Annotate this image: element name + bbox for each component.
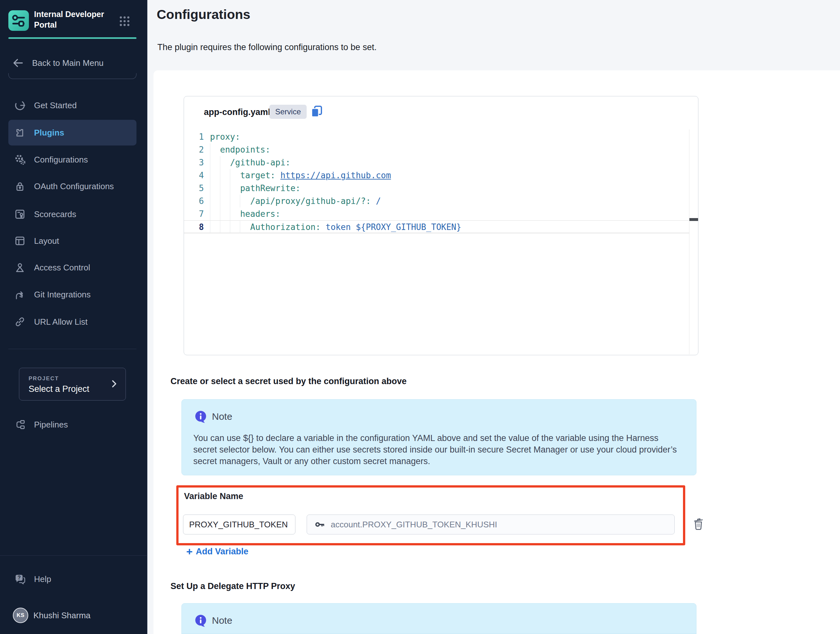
- progress-circle-icon: [14, 99, 26, 112]
- indent-guide: [230, 169, 230, 234]
- indent-guide: [220, 156, 220, 234]
- sidebar-bottom-divider: [0, 555, 147, 556]
- delegate-section-heading: Set Up a Delegate HTTP Proxy: [171, 581, 295, 591]
- note-header: Note: [194, 410, 232, 423]
- sidebar-item-layout[interactable]: Layout: [8, 232, 136, 250]
- project-value: Select a Project: [28, 384, 89, 394]
- sidebar-item-label: Help: [34, 574, 51, 584]
- yaml-key: /github-api:: [210, 158, 290, 168]
- sidebar-item-oauth-configurations[interactable]: OAuth Configurations: [8, 177, 136, 195]
- sidebar-item-label: Pipelines: [34, 420, 68, 430]
- sidebar-item-label: Configurations: [34, 155, 88, 165]
- secret-selector-field[interactable]: account.PROXY_GITHUB_TOKEN_KHUSHI: [307, 514, 675, 534]
- avatar-initials: KS: [17, 612, 25, 618]
- sliders-logo-icon: [8, 10, 29, 31]
- secret-section-heading: Create or select a secret used by the co…: [171, 376, 406, 386]
- note-callout-bottom: Note: [182, 603, 696, 634]
- layout-icon: [14, 234, 26, 247]
- sidebar-item-get-started[interactable]: Get Started: [8, 96, 136, 114]
- back-menu-outline: [8, 73, 136, 79]
- help-chat-icon: ?: [14, 573, 26, 585]
- sidebar-item-label: Plugins: [34, 128, 64, 138]
- yaml-key: Authorization:: [210, 222, 325, 232]
- chevron-right-icon: [109, 379, 119, 389]
- user-name: Khushi Sharma: [33, 610, 90, 620]
- project-label: PROJECT: [28, 375, 59, 382]
- scorecard-icon: [14, 208, 26, 221]
- code-editor[interactable]: 1 proxy: 2 endpoints: 3 /github-api: 4 t…: [184, 130, 689, 355]
- code-line: 5 pathRewrite:: [184, 182, 689, 194]
- yaml-key: headers:: [210, 209, 286, 219]
- sidebar-item-git-integrations[interactable]: Git Integrations: [8, 286, 136, 304]
- line-number: 3: [184, 156, 210, 169]
- line-number: 8: [184, 221, 210, 233]
- yaml-key: proxy:: [210, 132, 240, 142]
- yaml-key: /api/proxy/github-api/?:: [210, 196, 376, 206]
- code-line: 3 /github-api:: [184, 156, 689, 169]
- svg-text:?: ?: [18, 575, 21, 581]
- page-subtitle: The plugin requires the following config…: [157, 43, 377, 52]
- config-filename: app-config.yaml: [204, 107, 270, 117]
- info-bubble-icon: [194, 614, 207, 627]
- lock-icon: [14, 180, 26, 193]
- sidebar-item-configurations[interactable]: Configurations: [8, 151, 136, 169]
- yaml-editor-panel: app-config.yaml Service 1 proxy: 2 endpo…: [184, 96, 698, 355]
- puzzle-icon: [14, 126, 26, 139]
- sidebar-item-plugins[interactable]: Plugins: [8, 120, 136, 145]
- yaml-value: token ${PROXY_GITHUB_TOKEN}: [325, 222, 461, 232]
- yaml-value: /: [376, 196, 381, 206]
- gears-icon: [14, 153, 26, 166]
- avatar: KS: [13, 608, 28, 623]
- plus-icon: +: [186, 546, 193, 557]
- sidebar-item-label: Scorecards: [34, 209, 76, 219]
- sidebar-item-label: URL Allow List: [34, 317, 88, 327]
- sidebar-item-label: Access Control: [34, 263, 90, 273]
- code-line: 4 target: https://api.github.com: [184, 169, 689, 182]
- back-to-main-menu-label: Back to Main Menu: [32, 58, 104, 68]
- indent-guide: [210, 143, 210, 234]
- github-api-link[interactable]: https://api.github.com: [280, 171, 391, 180]
- add-variable-button[interactable]: + Add Variable: [186, 546, 248, 557]
- copy-icon[interactable]: [309, 104, 324, 119]
- code-line: 2 endpoints:: [184, 143, 689, 156]
- back-to-main-menu-button[interactable]: Back to Main Menu: [8, 54, 136, 72]
- code-line: 7 headers:: [184, 207, 689, 220]
- link-icon: [14, 315, 26, 328]
- sidebar-item-label: Layout: [34, 236, 59, 246]
- line-number: 7: [184, 207, 210, 220]
- app-window: Internal Developer Portal Back to Main M…: [0, 0, 840, 634]
- note-title: Note: [212, 615, 232, 626]
- apps-grid-icon[interactable]: [118, 15, 131, 28]
- person-icon: [14, 261, 26, 274]
- service-badge: Service: [269, 105, 307, 119]
- variable-name-label: Variable Name: [184, 492, 243, 501]
- variable-name-input[interactable]: [183, 514, 295, 534]
- sidebar-item-scorecards[interactable]: Scorecards: [8, 205, 136, 223]
- line-number: 1: [184, 130, 210, 143]
- arrow-left-icon: [11, 57, 24, 70]
- line-number: 2: [184, 143, 210, 156]
- sidebar-item-access-control[interactable]: Access Control: [8, 259, 136, 277]
- secret-reference-value: account.PROXY_GITHUB_TOKEN_KHUSHI: [331, 520, 497, 530]
- line-number: 6: [184, 194, 210, 207]
- code-line-active: 8 Authorization: token ${PROXY_GITHUB_TO…: [184, 220, 689, 233]
- page-title: Configurations: [157, 7, 251, 22]
- harness-idp-logo: [8, 10, 29, 31]
- key-icon: [314, 520, 326, 529]
- delete-variable-button[interactable]: [691, 517, 706, 531]
- git-fork-icon: [14, 288, 26, 301]
- sidebar-item-url-allow-list[interactable]: URL Allow List: [8, 313, 136, 331]
- code-line: 6 /api/proxy/github-api/?: /: [184, 194, 689, 207]
- line-number: 4: [184, 169, 210, 182]
- project-selector[interactable]: PROJECT Select a Project: [19, 368, 126, 400]
- editor-scrollbar[interactable]: [689, 130, 698, 354]
- note-body: You can use ${} to declare a variable in…: [193, 432, 678, 467]
- add-variable-label: Add Variable: [196, 547, 248, 557]
- sidebar-item-help[interactable]: ? Help: [8, 570, 136, 588]
- code-line: 1 proxy:: [184, 130, 689, 143]
- teal-accent-rule: [8, 37, 136, 39]
- pipelines-icon: [14, 418, 26, 431]
- note-callout: Note You can use ${} to declare a variab…: [182, 399, 696, 475]
- sidebar-item-pipelines[interactable]: Pipelines: [8, 416, 136, 433]
- user-profile[interactable]: KS Khushi Sharma: [0, 605, 147, 626]
